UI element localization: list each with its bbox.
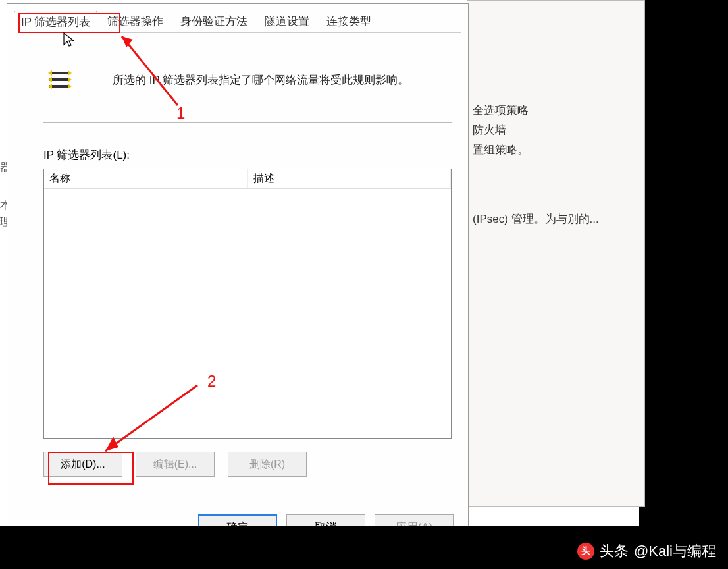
svg-rect-2 [49, 85, 70, 88]
info-text: 所选的 IP 筛选器列表指定了哪个网络流量将受此规则影响。 [113, 72, 409, 88]
tab-ip-filter-list[interactable]: IP 筛选器列表 [14, 11, 97, 33]
bg-text: 全选项策略 [473, 103, 529, 118]
watermark-logo-icon: 头 [577, 543, 594, 560]
ip-filter-rule-properties-dialog: IP 筛选器列表 筛选器操作 身份验证方法 隧道设置 连接类型 [7, 3, 469, 543]
svg-marker-8 [68, 84, 72, 89]
info-row: 所选的 IP 筛选器列表指定了哪个网络流量将受此规则影响。 [47, 67, 409, 93]
svg-marker-5 [48, 84, 52, 89]
list-label: IP 筛选器列表(L): [43, 148, 130, 163]
svg-marker-4 [48, 77, 52, 82]
tab-tunnel-settings[interactable]: 隧道设置 [257, 10, 317, 32]
add-button[interactable]: 添加(D)... [43, 452, 122, 477]
annotation-number-2: 2 [207, 372, 216, 391]
watermark: 头 头条 @Kali与编程 [577, 541, 716, 561]
svg-rect-1 [49, 78, 70, 81]
tab-connection-type[interactable]: 连接类型 [319, 10, 378, 32]
bg-text: (IPsec) 管理。为与别的... [473, 211, 599, 227]
list-header: 名称 描述 [44, 169, 451, 189]
tab-bar: IP 筛选器列表 筛选器操作 身份验证方法 隧道设置 连接类型 [14, 11, 461, 33]
filter-list-icon [47, 67, 73, 93]
ip-filter-listview[interactable]: 名称 描述 [43, 169, 452, 439]
annotation-number-1: 1 [176, 104, 185, 122]
svg-marker-7 [68, 77, 72, 82]
bg-text: 置组策略。 [473, 142, 529, 157]
bg-text: 防火墙 [473, 122, 506, 138]
list-column-name[interactable]: 名称 [44, 169, 248, 188]
svg-marker-6 [68, 70, 72, 76]
divider [43, 122, 452, 123]
svg-marker-3 [48, 70, 52, 76]
watermark-prefix: 头条 [600, 541, 629, 561]
tab-auth-methods[interactable]: 身份验证方法 [173, 10, 255, 32]
list-column-desc[interactable]: 描述 [248, 169, 451, 188]
list-button-row: 添加(D)... 编辑(E)... 删除(R) [43, 452, 307, 477]
remove-button: 删除(R) [228, 452, 307, 477]
edit-button: 编辑(E)... [136, 452, 215, 477]
watermark-handle: @Kali与编程 [634, 541, 716, 561]
background-panel: 全选项策略 防火墙 置组策略。 (IPsec) 管理。为与别的... [467, 0, 645, 507]
tab-filter-action[interactable]: 筛选器操作 [100, 10, 170, 32]
svg-rect-0 [49, 72, 70, 74]
